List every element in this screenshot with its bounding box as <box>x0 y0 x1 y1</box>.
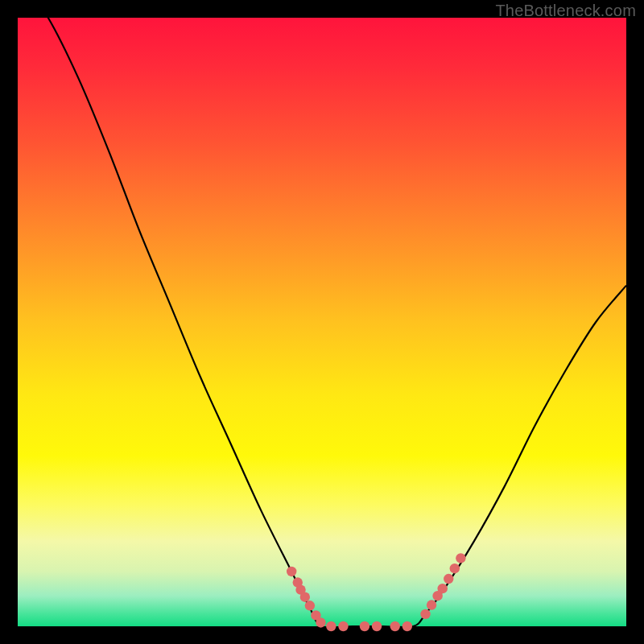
curve-marker-dot <box>326 621 336 631</box>
curve-marker-group <box>287 553 466 631</box>
curve-marker-dot <box>316 617 325 627</box>
curve-marker-dot <box>402 621 412 631</box>
curve-marker-dot <box>300 592 310 602</box>
plot-area <box>18 18 626 626</box>
curve-marker-dot <box>305 601 315 610</box>
curve-svg <box>18 18 626 626</box>
curve-marker-dot <box>420 609 430 619</box>
curve-marker-dot <box>427 600 436 609</box>
curve-marker-dot <box>437 584 447 593</box>
curve-marker-dot <box>456 553 465 563</box>
curve-marker-dot <box>360 621 369 631</box>
curve-marker-dot <box>390 621 400 631</box>
curve-marker-dot <box>444 574 453 584</box>
curve-marker-dot <box>287 567 296 576</box>
watermark-text: TheBottleneck.com <box>495 2 636 20</box>
curve-marker-dot <box>372 621 382 631</box>
bottleneck-curve-path <box>18 0 626 628</box>
chart-stage: TheBottleneck.com <box>0 0 644 644</box>
curve-marker-dot <box>450 564 460 573</box>
curve-marker-dot <box>338 621 348 631</box>
